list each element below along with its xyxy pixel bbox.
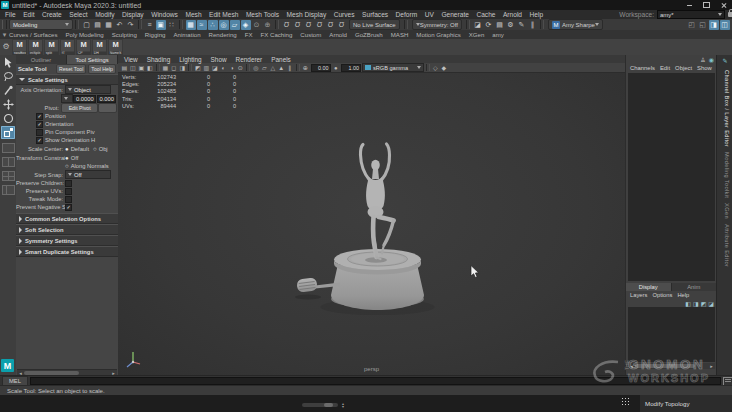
constraint-off-radio[interactable]: ●: [65, 155, 69, 161]
render-frame-icon[interactable]: ◪: [472, 20, 482, 30]
shelf-tab-motion-graphics[interactable]: Motion Graphics: [416, 31, 460, 38]
menu-mesh[interactable]: Mesh: [185, 11, 201, 18]
field-chart-icon[interactable]: ◐: [219, 65, 228, 71]
new-scene-icon[interactable]: ▢: [82, 20, 92, 30]
menu-cache[interactable]: Cache: [476, 11, 495, 18]
lock-selection-icon[interactable]: ⊙: [252, 20, 262, 30]
viewport-canvas[interactable]: Verts: 102743 0 0 Edges: 205234 0 0 Face…: [118, 73, 625, 375]
preserve-children-checkbox[interactable]: [65, 180, 72, 187]
shelf-gear-icon[interactable]: ⚙: [0, 39, 12, 54]
shelf-button-split[interactable]: M split: [44, 39, 59, 56]
rotate-tool-button[interactable]: [1, 112, 15, 125]
select-by-object-icon[interactable]: ▣: [156, 20, 166, 30]
resolution-gate-icon[interactable]: ▥: [202, 64, 211, 71]
menu-surfaces[interactable]: Surfaces: [362, 11, 388, 18]
user-account-dropdown[interactable]: M Amy Sharpe: [548, 19, 603, 30]
section-symmetry-settings[interactable]: Symmetry Settings: [16, 235, 118, 246]
safe-action-icon[interactable]: ◑: [228, 65, 237, 71]
tab-modeling-toolkit[interactable]: Modeling Toolkit: [720, 152, 730, 198]
viewport-menu-show[interactable]: Show: [211, 56, 227, 63]
shelf-tab-gozbrush[interactable]: GoZBrush: [355, 31, 383, 38]
snap-to-view-planes-icon[interactable]: ▱: [230, 20, 240, 30]
paint-select-tool-button[interactable]: [1, 84, 15, 97]
shelf-tab-rendering[interactable]: Rendering: [209, 31, 237, 38]
constraint-along-normals-radio[interactable]: ○: [65, 163, 69, 169]
pin-component-pivot-checkbox[interactable]: [36, 129, 43, 136]
exposure-icon[interactable]: ⊕: [301, 64, 310, 71]
tab-tool-settings[interactable]: Tool Settings: [67, 55, 118, 64]
shelf-button-ft[interactable]: M fT: [60, 39, 75, 56]
exposure-field[interactable]: 0.00: [311, 64, 331, 72]
image-plane-icon[interactable]: ▦: [161, 64, 170, 71]
render-sequence-icon[interactable]: ▤: [494, 20, 504, 30]
shelf-tab-sculpting[interactable]: Sculpting: [112, 31, 137, 38]
lock-camera-icon[interactable]: ◫: [129, 64, 138, 71]
isolate-select-icon[interactable]: ◇: [431, 64, 440, 71]
shelf-tab-curves-surfaces[interactable]: Curves / Surfaces: [9, 31, 57, 38]
viewport-menu-panels[interactable]: Panels: [271, 56, 291, 63]
camera-attributes-icon[interactable]: ▣: [137, 64, 146, 71]
apps-grid-icon[interactable]: [621, 397, 630, 406]
help-menu[interactable]: Help: [677, 292, 689, 298]
edit-menu[interactable]: Edit: [660, 65, 670, 71]
menu-modify[interactable]: Modify: [95, 11, 114, 18]
menu-file[interactable]: File: [5, 11, 16, 18]
live-surface-dropdown[interactable]: No Live Surface: [349, 19, 400, 30]
render-settings-icon[interactable]: ⚙: [505, 20, 515, 30]
new-layer-from-selected-icon[interactable]: ◪: [708, 300, 714, 307]
select-by-component-icon[interactable]: ∷: [167, 20, 177, 30]
shelf-tab-arnold[interactable]: Arnold: [329, 31, 347, 38]
layers-menu[interactable]: Layers: [630, 292, 647, 298]
ipr-render-icon[interactable]: ⟳: [483, 20, 493, 30]
menu-mesh-display[interactable]: Mesh Display: [287, 11, 327, 18]
character-set-icon[interactable]: ♙: [700, 56, 705, 63]
make-live-icon[interactable]: ◈: [241, 20, 251, 30]
menu-edit-mesh[interactable]: Edit Mesh: [209, 11, 238, 18]
scrollbar-thumb[interactable]: [635, 364, 695, 368]
snap-to-projected-center-icon[interactable]: ◎: [219, 20, 229, 30]
section-scale-settings[interactable]: Scale Settings: [16, 74, 118, 85]
shelf-button-dh[interactable]: M DH: [92, 39, 107, 56]
shelf-button-swabox[interactable]: M swaBox: [12, 39, 27, 56]
shelf-tab-animation[interactable]: Animation: [173, 31, 200, 38]
layer-list[interactable]: [628, 307, 715, 362]
smooth-shade-icon[interactable]: ▱: [260, 64, 269, 71]
scale-center-object-radio[interactable]: ○: [93, 146, 97, 152]
symmetry-dropdown[interactable]: Symmetry: Off: [412, 19, 462, 30]
new-empty-layer-icon[interactable]: ◩: [701, 300, 707, 307]
shadows-icon[interactable]: ∥: [286, 64, 295, 71]
toggle-channel-box-icon[interactable]: ◫: [720, 20, 730, 30]
shelf-tab-fx[interactable]: FX: [245, 31, 253, 38]
shelf-tab-rigging[interactable]: Rigging: [145, 31, 166, 38]
shelf-tab-amy[interactable]: amy: [492, 31, 504, 38]
player-scrub-thumb[interactable]: [324, 403, 333, 407]
menu-display[interactable]: Display: [122, 11, 144, 18]
layer-editor-hscrollbar[interactable]: ◂ ▸: [628, 363, 715, 369]
menu-arnold[interactable]: Arnold: [503, 11, 522, 18]
film-gate-icon[interactable]: ◩: [194, 64, 203, 71]
show-menu[interactable]: Show: [697, 65, 712, 71]
shelf-button-intsplit[interactable]: M intSplit: [28, 39, 43, 56]
tab-channel-box-layer-editor[interactable]: Channel Box / Layer Editor: [720, 70, 730, 147]
snap-magnet-point-icon[interactable]: Ω: [304, 20, 314, 30]
snap-to-points-icon[interactable]: ∴: [208, 20, 218, 30]
toggle-attribute-editor-icon[interactable]: ◱: [698, 20, 708, 30]
menu-curves[interactable]: Curves: [334, 11, 355, 18]
scale-x-field[interactable]: 0.0000: [73, 95, 96, 103]
section-soft-selection[interactable]: Soft Selection: [16, 224, 118, 235]
layer-tab-display[interactable]: Display: [626, 283, 672, 291]
xray-icon[interactable]: ◆: [440, 64, 449, 71]
menu-help[interactable]: Help: [530, 11, 544, 18]
snap-magnet-curve-icon[interactable]: Ω: [293, 20, 303, 30]
shelf-tab-xgen[interactable]: XGen: [469, 31, 485, 38]
pause-viewport-icon[interactable]: ∥: [527, 20, 537, 30]
tweak-mode-checkbox[interactable]: [65, 196, 72, 203]
layout-two-pane-button[interactable]: [2, 157, 15, 167]
dancer-figure[interactable]: [360, 144, 393, 263]
move-layer-up-icon[interactable]: ◧: [685, 300, 691, 307]
position-checkbox[interactable]: ✓: [36, 113, 43, 120]
menu-generate[interactable]: Generate: [441, 11, 469, 18]
gate-mask-icon[interactable]: ◪: [211, 64, 220, 71]
paint-effects-icon[interactable]: ✎: [516, 20, 526, 30]
menu-create[interactable]: Create: [42, 11, 62, 18]
